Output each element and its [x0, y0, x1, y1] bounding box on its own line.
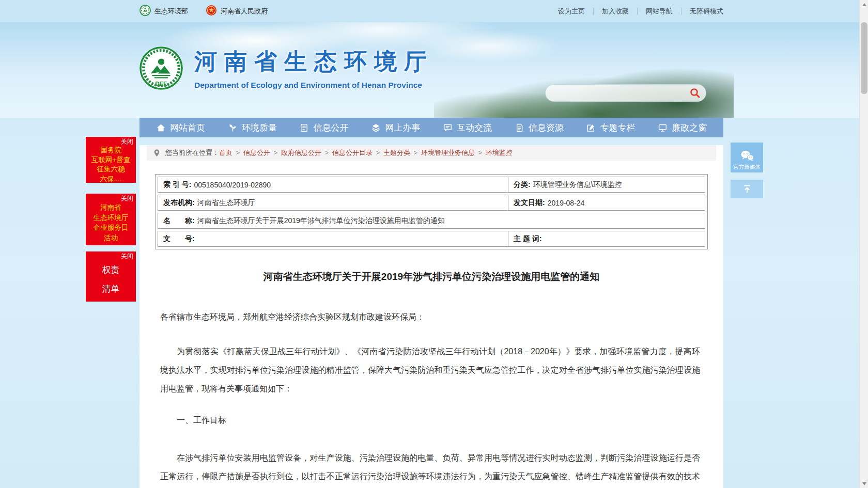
accessibility-link[interactable]: 无障碍模式: [690, 7, 723, 16]
add-favorite-link[interactable]: 加入收藏: [602, 7, 629, 16]
monitor-icon: [658, 123, 668, 133]
book-icon: [299, 123, 309, 133]
doc-name-value: 河南省生态环境厅关于开展2019年涉气排污单位污染治理设施用电监管的通知: [197, 216, 445, 226]
issue-date-label: 发文日期:: [514, 198, 545, 208]
main-nav: 网站首页 环境质量 信息公开 网上办事: [140, 118, 723, 137]
nav-item-home[interactable]: 网站首页: [156, 122, 205, 134]
nav-item-integrity-window[interactable]: 廉政之窗: [658, 122, 707, 134]
site-search: [545, 84, 706, 102]
site-title-english: Department of Ecology and Environment of…: [194, 81, 434, 90]
index-number-value: 005185040/2019-02890: [194, 181, 271, 189]
float-notice-power-list[interactable]: 关闭 权责 清单: [86, 251, 136, 302]
article-section-heading: 一、工作目标: [160, 413, 700, 428]
mee-emblem-icon: [140, 5, 151, 18]
crumb-home[interactable]: 首页: [219, 148, 233, 158]
doc-info-table: 索 引 号: 005185040/2019-02890 分类: 环境管理业务信息…: [155, 174, 708, 249]
wechat-icon: [740, 149, 754, 163]
official-media-widget[interactable]: 官方新媒体: [731, 143, 763, 172]
site-brand[interactable]: DEE 河南省生态环境厅 Department of Ecology and E…: [138, 45, 434, 91]
breadcrumb: 您当前所在位置： 首页 > 信息公开 > 政府信息公开 > 信息公开目录 > 主…: [147, 145, 716, 161]
edit-icon: [586, 123, 596, 133]
back-to-top-button[interactable]: [731, 180, 763, 198]
set-homepage-link[interactable]: 设为主页: [558, 7, 585, 16]
content-area: 您当前所在位置： 首页 > 信息公开 > 政府信息公开 > 信息公开目录 > 主…: [140, 145, 723, 488]
divider: [637, 8, 638, 15]
float-notice-service-day[interactable]: 关闭 河南省 生态环境厅 企业服务日 活动: [86, 194, 136, 245]
article-body: 各省辖市生态环境局，郑州航空港经济综合实验区规划市政建设环保局： 为贯彻落实《打…: [140, 310, 723, 488]
logo-dee-text: DEE: [155, 81, 167, 87]
nav-item-online-services[interactable]: 网上办事: [371, 122, 420, 134]
crumb-env-mgmt-info[interactable]: 环境管理业务信息: [421, 148, 475, 158]
back-to-top-icon: [742, 184, 752, 194]
close-button[interactable]: 关闭: [86, 251, 136, 260]
table-row-name: 名 称: 河南省生态环境厅关于开展2019年涉气排污单位污染治理设施用电监管的通…: [158, 213, 705, 229]
crumb-gov-info[interactable]: 政府信息公开: [281, 148, 321, 158]
site-map-link[interactable]: 网站导航: [646, 7, 673, 16]
link-ministry-ecology-label: 生态环境部: [154, 7, 188, 16]
article-paragraph: 为贯彻落实《打赢蓝天保卫战三年行动计划》、《河南省污染防治攻坚战三年行动计划（2…: [160, 342, 700, 398]
sprout-icon: [228, 123, 238, 133]
doc-number-label: 文 号:: [163, 234, 195, 244]
nav-item-info-resources[interactable]: 信息资源: [515, 122, 564, 134]
article-paragraph: 在涉气排污单位安装用电监管设备，对生产设施、污染治理设施的电量、负荷、异常用电等…: [160, 449, 700, 488]
document-icon: [515, 123, 524, 133]
link-ministry-ecology[interactable]: 生态环境部: [140, 5, 188, 18]
link-henan-gov[interactable]: 河南省人民政府: [206, 5, 268, 18]
crumb-topic-category[interactable]: 主题分类: [383, 148, 410, 158]
nav-item-interaction[interactable]: 互动交流: [443, 122, 492, 134]
site-banner: DEE 河南省生态环境厅 Department of Ecology and E…: [0, 22, 868, 118]
dee-logo-icon: DEE: [138, 45, 184, 91]
issue-date-value: 2019-08-24: [548, 199, 585, 207]
crumb-info-disclosure[interactable]: 信息公开: [243, 148, 270, 158]
search-button[interactable]: [687, 85, 703, 101]
nav-item-info-disclosure[interactable]: 信息公开: [299, 122, 348, 134]
table-row-docno-keywords: 文 号: 主 题 词:: [158, 231, 705, 247]
page: 生态环境部 河南省人民政府 设为主页 加入收藏: [0, 0, 868, 488]
table-row-index-category: 索 引 号: 005185040/2019-02890 分类: 环境管理业务信息…: [158, 177, 705, 193]
agency-value: 河南省生态环境厅: [197, 198, 255, 208]
agency-label: 发布机构:: [163, 198, 195, 208]
article-salutation: 各省辖市生态环境局，郑州航空港经济综合实验区规划市政建设环保局：: [160, 310, 700, 324]
divider: [681, 8, 681, 15]
site-title: 河南省生态环境厅: [194, 46, 434, 77]
close-button[interactable]: 关闭: [86, 194, 136, 202]
banner-scenery: [434, 49, 734, 118]
float-notice-guowuyuan[interactable]: 关闭 国务院 互联网+督查 征集六稳 六保....: [86, 137, 136, 183]
index-number-label: 索 引 号:: [163, 180, 191, 190]
close-button[interactable]: 关闭: [86, 137, 136, 146]
search-input[interactable]: [553, 85, 687, 101]
location-pin-icon: [153, 149, 161, 158]
breadcrumb-prefix: 您当前所在位置：: [165, 148, 219, 158]
home-icon: [156, 123, 166, 133]
chat-icon: [443, 123, 453, 133]
scrollbar[interactable]: [859, 0, 868, 488]
table-row-agency-date: 发布机构: 河南省生态环境厅 发文日期: 2019-08-24: [158, 195, 705, 211]
divider: [593, 8, 594, 15]
scrollbar-down-arrow[interactable]: [860, 479, 868, 488]
search-icon: [689, 87, 701, 99]
category-label: 分类:: [514, 180, 531, 190]
nav-item-special-topics[interactable]: 专题专栏: [586, 122, 635, 134]
keywords-label: 主 题 词:: [514, 234, 541, 244]
crumb-info-catalog[interactable]: 信息公开目录: [332, 148, 373, 158]
official-media-label: 官方新媒体: [733, 164, 761, 171]
top-utility-bar: 生态环境部 河南省人民政府 设为主页 加入收藏: [0, 0, 868, 22]
nav-item-env-quality[interactable]: 环境质量: [228, 122, 277, 134]
category-value: 环境管理业务信息\环境监控: [533, 180, 622, 190]
article-title: 河南省生态环境厅关于开展2019年涉气排污单位污染治理设施用电监管的通知: [140, 270, 723, 284]
national-emblem-icon: [206, 5, 217, 18]
link-henan-gov-label: 河南省人民政府: [221, 7, 268, 16]
layers-icon: [371, 123, 381, 133]
doc-name-label: 名 称:: [163, 216, 195, 226]
scrollbar-up-arrow[interactable]: [860, 0, 868, 9]
crumb-env-monitoring[interactable]: 环境监控: [486, 148, 513, 158]
scrollbar-thumb[interactable]: [861, 22, 867, 94]
